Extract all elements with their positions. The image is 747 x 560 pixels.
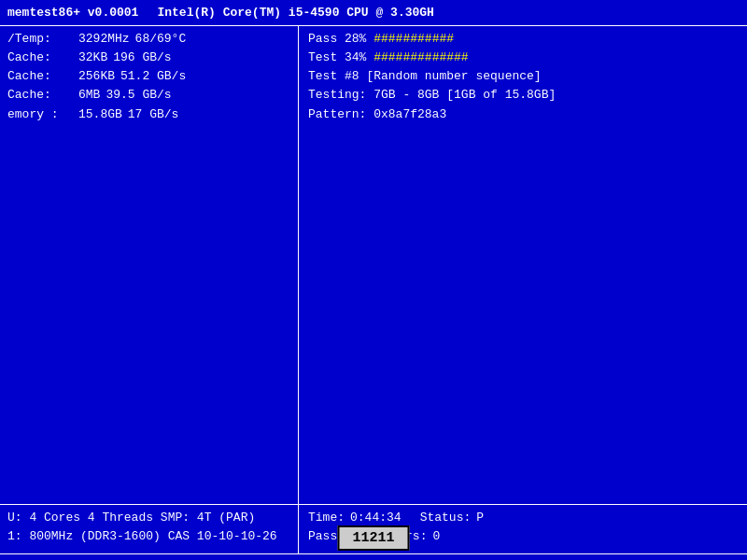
memory-speed: 17 GB/s	[128, 105, 179, 124]
pass-progress-bar: ###########	[374, 32, 454, 46]
time-value: 0:44:34	[350, 509, 402, 527]
cache-l1-speed: 196 GB/s	[113, 49, 171, 67]
memory-size: 15.8GB	[78, 105, 122, 124]
cache-l3-speed: 39.5 GB/s	[106, 86, 171, 105]
test-progress-row: Test 34% #############	[308, 49, 738, 67]
memory-speed-line: 1: 800MHz (DDR3-1600) CAS 10-10-10-26	[7, 527, 290, 546]
row-freq-temp: /Temp: 3292MHz 68/69°C	[7, 30, 290, 49]
errors-value: 0	[432, 527, 440, 546]
pass-progress-text: Pass 28%	[308, 32, 374, 46]
cache-l1-label: Cache:	[7, 49, 73, 67]
time-item: Time: 0:44:34	[308, 509, 402, 527]
status-label: Status:	[420, 509, 472, 527]
row-cache-l1: Cache: 32KB 196 GB/s	[7, 49, 290, 67]
testing-range-row: Testing: 7GB - 8GB [1GB of 15.8GB]	[308, 86, 738, 105]
main-area: /Temp: 3292MHz 68/69°C Cache: 32KB 196 G…	[0, 26, 747, 504]
freq-temp-label: /Temp:	[7, 30, 73, 49]
test-progress-text: Test 34%	[308, 50, 374, 64]
row-cache-l2: Cache: 256KB 51.2 GB/s	[7, 67, 290, 86]
cpu-cores-line: U: 4 Cores 4 Threads SMP: 4T (PAR)	[7, 509, 290, 527]
title-bar: memtest86+ v0.0001 Intel(R) Core(TM) i5-…	[0, 0, 747, 26]
title-left: memtest86+ v0.0001	[7, 6, 138, 20]
time-label: Time:	[308, 509, 345, 527]
cache-l3-size: 6MB	[78, 86, 100, 105]
cache-l1-size: 32KB	[78, 49, 107, 67]
cache-l3-label: Cache:	[7, 86, 73, 105]
row-memory: emory : 15.8GB 17 GB/s	[7, 105, 290, 124]
cache-l2-label: Cache:	[7, 67, 73, 86]
spd-section: emory SPD Informations -----------------…	[0, 554, 747, 560]
screen: memtest86+ v0.0001 Intel(R) Core(TM) i5-…	[0, 0, 747, 560]
status-row-1: Time: 0:44:34 Status: P	[308, 509, 738, 527]
pattern-text: Pattern: 0x8a7f28a3	[308, 107, 446, 121]
test-progress-bar: #############	[374, 50, 468, 64]
pass-progress-row: Pass 28% ###########	[308, 30, 738, 49]
cache-l2-size: 256KB	[78, 67, 115, 86]
test-name-row: Test #8 [Random number sequence]	[308, 67, 738, 86]
status-item: Status: P	[420, 509, 484, 527]
freq-value: 3292MHz	[78, 30, 130, 49]
right-panel: Pass 28% ########### Test 34% ##########…	[299, 26, 747, 504]
testing-range-text: Testing: 7GB - 8GB [1GB of 15.8GB]	[308, 88, 556, 102]
left-panel: /Temp: 3292MHz 68/69°C Cache: 32KB 196 G…	[0, 26, 299, 504]
bottom-popup: 11211	[337, 525, 409, 551]
status-value: P	[476, 509, 484, 527]
popup-text: 11211	[352, 530, 394, 546]
row-cache-l3: Cache: 6MB 39.5 GB/s	[7, 86, 290, 105]
pattern-row: Pattern: 0x8a7f28a3	[308, 105, 738, 124]
memory-label: emory :	[7, 105, 73, 124]
test-name-text: Test #8 [Random number sequence]	[308, 69, 542, 83]
cache-l2-speed: 51.2 GB/s	[120, 67, 186, 86]
temp-value: 68/69°C	[135, 30, 187, 49]
status-left: U: 4 Cores 4 Threads SMP: 4T (PAR) 1: 80…	[0, 505, 299, 553]
title-right: Intel(R) Core(TM) i5-4590 CPU @ 3.30GH	[157, 6, 433, 20]
